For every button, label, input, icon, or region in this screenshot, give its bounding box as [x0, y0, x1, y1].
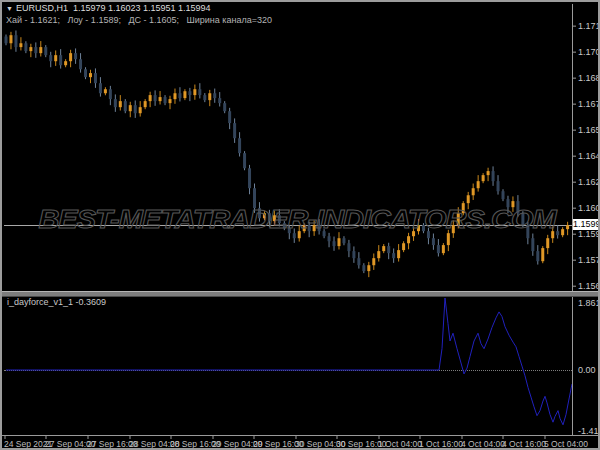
candle-down-body	[536, 251, 539, 261]
candle-down-body	[248, 168, 251, 188]
candle-down-body	[109, 89, 112, 99]
time-tick-label: 5 Oct 04:00	[544, 439, 588, 449]
candle-up-body	[208, 93, 211, 100]
candle-up-body	[487, 171, 490, 175]
candle-down-body	[24, 43, 27, 51]
candle-down-body	[44, 47, 47, 55]
candle-up-body	[442, 245, 445, 253]
symbol-ohlc-text: EURUSD,H1 1.15979 1.16023 1.15951 1.1599…	[16, 3, 211, 13]
candle-down-body	[347, 243, 350, 251]
candle-up-body	[89, 73, 92, 77]
price-tick-label: 1.17025	[578, 47, 600, 57]
candle-down-body	[79, 59, 82, 69]
candle-down-body	[437, 245, 440, 253]
symbol-ohlc-line: ▼EURUSD,H1 1.15979 1.16023 1.15951 1.159…	[6, 3, 272, 14]
candle-down-body	[387, 246, 390, 253]
bid-price-box: 1.15994	[573, 219, 600, 230]
chart-dropdown-marker-icon[interactable]: ▼	[6, 5, 13, 12]
time-tick-label: 4 Oct 16:00	[502, 439, 546, 449]
candle-up-body	[19, 43, 22, 47]
indicator-line	[6, 298, 572, 425]
candle-up-body	[173, 93, 176, 99]
candle-up-body	[64, 61, 67, 65]
candle-up-body	[104, 89, 107, 93]
candle-down-body	[49, 55, 52, 61]
candle-up-body	[472, 188, 475, 195]
time-tick-label: 4 Oct 04:00	[461, 439, 505, 449]
price-tick-label: 1.16250	[578, 177, 600, 187]
candle-up-body	[377, 251, 380, 258]
candle-down-body	[243, 153, 246, 168]
candle-down-body	[178, 93, 181, 98]
candle-down-body	[134, 105, 137, 113]
candle-down-body	[14, 35, 17, 47]
candle-up-body	[69, 53, 72, 61]
candle-down-body	[5, 37, 8, 44]
candle-down-body	[74, 53, 77, 59]
candle-up-body	[119, 101, 122, 107]
candle-up-body	[144, 101, 147, 107]
candle-down-body	[84, 69, 87, 77]
candle-up-body	[129, 105, 132, 111]
chart-window: ▼EURUSD,H1 1.15979 1.16023 1.15951 1.159…	[0, 0, 600, 450]
indicator-name-label: i_dayforce_v1_1 -0.3609	[7, 297, 106, 307]
candle-up-body	[54, 55, 57, 61]
price-tick-label: 1.16560	[578, 125, 600, 135]
candle-down-body	[94, 73, 97, 83]
candle-up-body	[183, 91, 186, 98]
candle-down-body	[198, 89, 201, 95]
candle-down-body	[99, 83, 102, 93]
candle-down-body	[34, 47, 37, 53]
candle-up-body	[541, 248, 544, 261]
candle-up-body	[402, 243, 405, 250]
indicator-tick-label: 1.8618	[578, 298, 600, 308]
candle-down-body	[114, 99, 117, 107]
candle-up-body	[482, 175, 485, 181]
price-tick-label: 1.15785	[578, 255, 600, 265]
candle-up-body	[149, 95, 152, 101]
indicator-tick-label: 0.00	[578, 365, 596, 375]
candle-down-body	[492, 171, 495, 181]
candle-up-body	[139, 107, 142, 113]
chart-stage: ▼EURUSD,H1 1.15979 1.16023 1.15951 1.159…	[2, 2, 598, 448]
candle-down-body	[203, 95, 206, 100]
time-tick-label: 1 Oct 04:00	[378, 439, 422, 449]
candle-down-body	[154, 95, 157, 101]
watermark-text: BEST-METATRADER-INDICATORS.COM	[30, 204, 564, 241]
candle-down-body	[233, 123, 236, 138]
candle-down-body	[333, 241, 336, 246]
candle-up-body	[566, 225, 569, 229]
candle-up-body	[29, 47, 32, 51]
candle-down-body	[218, 98, 221, 103]
candle-up-body	[39, 47, 42, 53]
candle-up-body	[382, 246, 385, 251]
time-axis-separator	[2, 435, 598, 436]
candle-down-body	[357, 258, 360, 265]
candle-down-body	[124, 101, 127, 111]
candle-down-body	[238, 138, 241, 153]
candle-up-body	[372, 258, 375, 265]
price-tick-label: 1.15940	[578, 229, 600, 239]
candle-up-body	[159, 97, 162, 101]
indicator-info-line: Хай - 1.1621; Лоу - 1.1589; ДС - 1.1605;…	[6, 15, 272, 26]
indicator-tick-label: -1.4152	[578, 426, 600, 436]
candle-down-body	[502, 191, 505, 199]
candle-up-body	[367, 265, 370, 271]
price-tick-label: 1.16095	[578, 203, 600, 213]
candle-down-body	[164, 97, 167, 103]
candle-down-body	[59, 55, 62, 65]
candle-up-body	[467, 195, 470, 203]
price-tick-label: 1.16405	[578, 151, 600, 161]
price-tick-label: 1.15630	[578, 281, 600, 291]
candle-up-body	[397, 250, 400, 258]
candle-down-body	[223, 103, 226, 111]
candle-down-body	[392, 253, 395, 258]
candle-up-body	[9, 35, 12, 43]
price-tick-label: 1.16870	[578, 73, 600, 83]
candle-up-body	[169, 99, 172, 103]
candle-up-body	[477, 181, 480, 188]
candle-down-body	[497, 181, 500, 191]
candle-up-body	[193, 89, 196, 95]
candle-down-body	[362, 265, 365, 271]
price-tick-label: 1.16715	[578, 99, 600, 109]
